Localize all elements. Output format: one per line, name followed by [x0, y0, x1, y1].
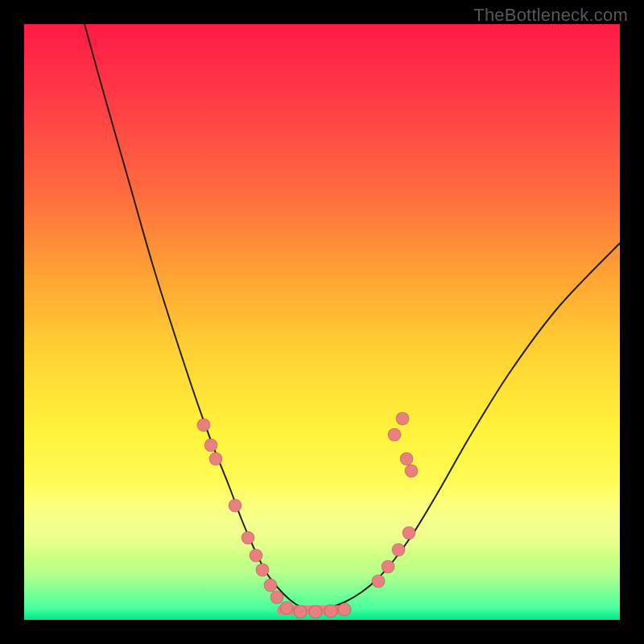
marker-dot [400, 452, 413, 465]
marker-dot [250, 549, 262, 562]
curve-left-path [85, 24, 314, 612]
marker-dot [242, 531, 254, 544]
marker-dot [294, 605, 307, 618]
marker-dot [372, 575, 385, 588]
plot-area [24, 24, 620, 620]
marker-dot [388, 428, 401, 441]
marker-dot [256, 564, 269, 576]
marker-dot [197, 419, 210, 431]
marker-dot [402, 526, 415, 539]
marker-dot [270, 591, 283, 604]
marker-dot [309, 605, 322, 618]
marker-dot [382, 560, 394, 573]
marker-dot [229, 499, 242, 512]
curve-right-path [314, 243, 620, 612]
marker-dot [264, 579, 277, 592]
marker-dot [204, 439, 217, 452]
chart-svg [24, 24, 620, 620]
marker-dot [396, 412, 409, 425]
marker-dot [209, 452, 222, 465]
chart-frame: TheBottleneck.com [0, 0, 644, 644]
marker-dot [324, 605, 337, 617]
marker-dot [392, 543, 405, 556]
marker-dot [338, 603, 351, 616]
marker-dot [405, 464, 418, 477]
brand-watermark: TheBottleneck.com [473, 5, 628, 26]
marker-dots-group [197, 412, 418, 618]
marker-dot [280, 601, 293, 614]
